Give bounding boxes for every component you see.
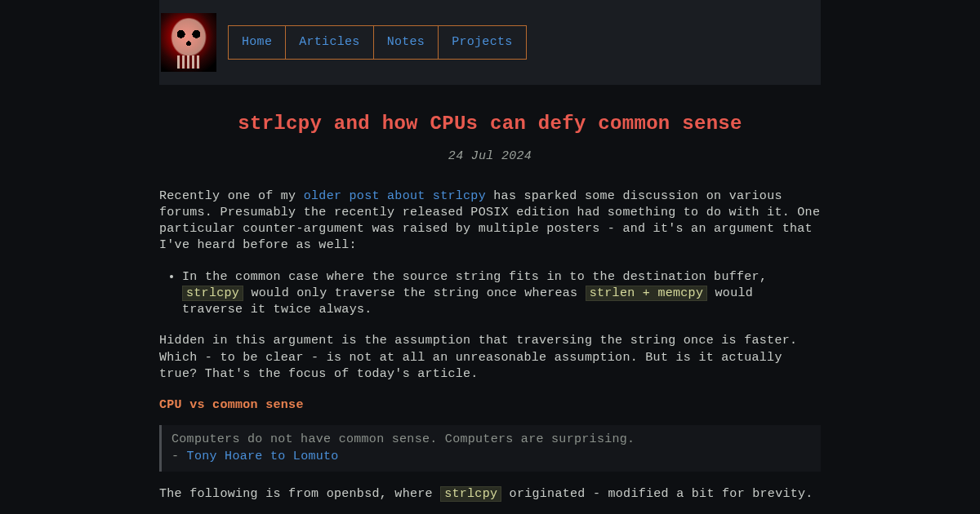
hidden-assumption-paragraph: Hidden in this argument is the assumptio… [159,333,821,383]
closing-text-pre: The following is from openbsd, where [159,487,440,501]
code-strlcpy-2: strlcpy [440,486,501,502]
quote-line: Computers do not have common sense. Comp… [172,432,811,448]
quote-attribution-line: - Tony Hoare to Lomuto [172,449,811,465]
older-post-link[interactable]: older post about strlcpy [304,189,486,203]
quote-attribution-link[interactable]: Tony Hoare to Lomuto [187,450,339,463]
closing-text-post: originated - modified a bit for brevity. [501,487,813,501]
article-date: 24 Jul 2024 [159,148,821,165]
closing-paragraph: The following is from openbsd, where str… [159,486,821,503]
article-title: strlcpy and how CPUs can defy common sen… [159,111,821,137]
nav-home[interactable]: Home [229,26,286,59]
bullet-text-pre: In the common case where the source stri… [182,270,767,284]
quote-block: Computers do not have common sense. Comp… [159,425,821,472]
header-bar: Home Articles Notes Projects [159,0,821,85]
bullet-text-mid: would only traverse the string once wher… [243,286,586,300]
argument-item: In the common case where the source stri… [182,269,821,319]
code-strlen-memcpy: strlen + memcpy [586,286,708,301]
intro-paragraph: Recently one of my older post about strl… [159,188,821,255]
nav-notes[interactable]: Notes [374,26,439,59]
argument-list: In the common case where the source stri… [182,269,821,319]
article-content: strlcpy and how CPUs can defy common sen… [159,85,821,514]
quote-dash: - [172,450,187,463]
section-heading-cpu: CPU vs common sense [159,397,821,414]
intro-text-before: Recently one of my [159,189,304,203]
main-nav: Home Articles Notes Projects [228,25,527,60]
logo-skull-image [161,13,216,72]
nav-articles[interactable]: Articles [286,26,373,59]
nav-projects[interactable]: Projects [439,26,525,59]
code-strlcpy: strlcpy [182,286,243,301]
